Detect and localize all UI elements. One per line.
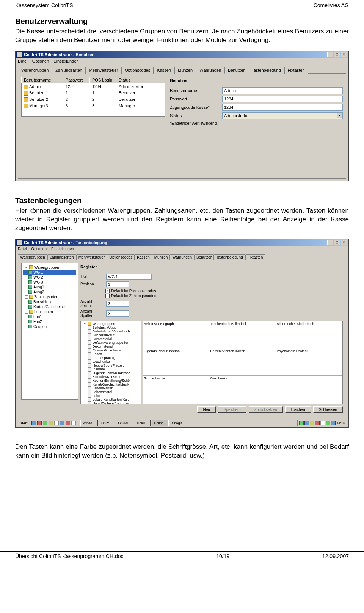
quicklaunch-icon[interactable] — [60, 421, 64, 425]
start-button[interactable]: Start — [17, 420, 30, 426]
tree-item[interactable]: Barzahlung — [23, 299, 76, 304]
tab-fixtasten[interactable]: Fixtasten — [245, 254, 265, 260]
tab-warengruppen[interactable]: Warengruppen — [18, 67, 52, 74]
tab-mehrwertsteuer[interactable]: Mehrwertsteuer — [76, 254, 107, 260]
taskbar-item[interactable]: Doku… — [135, 420, 151, 426]
grid-cell[interactable]: Taschenbuch Belletristik — [209, 321, 276, 348]
tray-icon[interactable] — [299, 421, 304, 425]
tray-icon[interactable] — [326, 421, 330, 425]
quicklaunch-icon[interactable] — [49, 421, 53, 425]
menu-datei[interactable]: Datei — [18, 247, 27, 251]
grid-cell[interactable]: Bilderbücher Kinderbüch — [276, 321, 342, 348]
close-button[interactable]: × — [341, 52, 347, 57]
quicklaunch-icon[interactable] — [54, 421, 59, 425]
grid-cell[interactable]: Jugendbücher Kindersa — [143, 348, 209, 375]
menu-einstellungen[interactable]: Einstellungen — [51, 247, 74, 251]
tree-item[interactable]: Fun2 — [23, 319, 76, 324]
collapse-icon[interactable]: − — [83, 322, 86, 325]
tab-kassen[interactable]: Kassen — [135, 254, 152, 260]
table-row[interactable]: Benutzer1 1 1 Benutzer — [22, 90, 165, 96]
tree-item[interactable]: Coupon — [23, 324, 76, 329]
catalog-item[interactable]: Landeskarten — [82, 386, 140, 390]
grid-cell[interactable]: Psychologie Esoterik — [276, 348, 342, 375]
input-titel[interactable]: WG 1 — [106, 274, 152, 280]
taskbar-item[interactable]: SnagIt — [170, 420, 184, 426]
catalog-item[interactable]: Defaultwarengruppe für — [82, 341, 140, 345]
catalog-item[interactable]: Fremdsprachig — [82, 356, 140, 360]
collapse-icon[interactable]: − — [25, 266, 28, 269]
minimize-button[interactable]: _ — [327, 240, 333, 245]
tab-warengruppen[interactable]: Warengruppen — [18, 254, 47, 260]
input-spalten[interactable]: 3 — [106, 310, 129, 317]
tab-waehrungen[interactable]: Währungen — [196, 67, 224, 74]
taskbar-item[interactable]: Colibr… — [152, 420, 169, 426]
tab-mehrwertsteuer[interactable]: Mehrwertsteuer — [86, 67, 121, 74]
minimize-button[interactable]: _ — [327, 52, 333, 57]
tab-muenzen[interactable]: Münzen — [152, 254, 170, 260]
speichern-button[interactable]: Speichern — [218, 406, 246, 413]
col-benutzername[interactable]: Benutzername — [21, 77, 63, 83]
col-status[interactable]: Status — [116, 77, 165, 83]
col-passwort[interactable]: Passwort — [63, 77, 89, 83]
catalog-item[interactable]: Eigene Gutscheine — [82, 348, 140, 352]
checkbox-default-zahlung[interactable]: Default im Zahlungsmodus — [105, 294, 343, 298]
catalog-item[interactable]: Inserate — [82, 367, 140, 371]
tab-fixtasten[interactable]: Fixtasten — [284, 67, 308, 74]
collapse-icon[interactable]: − — [25, 310, 28, 314]
tree-item[interactable]: Ausg1 — [23, 285, 76, 290]
grid-cell[interactable] — [276, 376, 342, 403]
tree-item[interactable]: WG 3 — [23, 280, 76, 285]
taskbar-item[interactable]: C:\Pr… — [99, 420, 115, 426]
catalog-item[interactable]: Lebensmittel — [82, 390, 140, 394]
menu-optionen[interactable]: Optionen — [32, 59, 49, 63]
table-row[interactable]: Benutzer2 2 2 Benutzer — [22, 96, 165, 103]
tab-optionscodes[interactable]: Optionscodes — [121, 67, 154, 74]
catalog-item[interactable]: Jugendbücher/Kindersac — [82, 371, 140, 375]
catalog-item[interactable]: Essen — [82, 352, 140, 356]
schliessen-button[interactable]: Schliessen — [313, 406, 343, 413]
menu-datei[interactable]: Datei — [18, 59, 28, 63]
table-row[interactable]: Manager3 3 3 Manager — [22, 103, 165, 109]
loeschen-button[interactable]: Löschen — [285, 406, 311, 413]
tab-benutzer[interactable]: Benutzer — [194, 254, 214, 260]
tree-item[interactable]: Fun1 — [23, 314, 76, 319]
register-tree[interactable]: −Warengruppen WG 1 WG 2 WG 3 Ausg1 Ausg2… — [21, 263, 78, 400]
quicklaunch-icon[interactable] — [43, 421, 47, 425]
tray-icon[interactable] — [310, 421, 314, 425]
tree-item[interactable]: Ausg2 — [23, 290, 76, 295]
tray-icon[interactable] — [320, 421, 325, 425]
taskbar-item[interactable]: Windo… — [80, 420, 98, 426]
catalog-item[interactable]: Belletristik/Juga — [82, 326, 140, 329]
tree-item[interactable]: WG 2 — [23, 275, 76, 280]
tray-icon[interactable] — [315, 421, 320, 425]
tray-icon[interactable] — [304, 421, 309, 425]
catalog-item[interactable]: Büromaterial — [82, 337, 140, 341]
tab-zahlungsarten[interactable]: Zahlungsarten — [47, 254, 76, 260]
tab-benutzer[interactable]: Benutzer — [224, 67, 248, 74]
catalog-item[interactable]: Dekomaterial — [82, 345, 140, 348]
close-button[interactable]: × — [341, 240, 347, 245]
catalog-item[interactable]: Lohn — [82, 394, 140, 398]
grid-cell[interactable]: Schule Lexika — [143, 376, 209, 403]
tab-optionscodes[interactable]: Optionscodes — [107, 254, 135, 260]
input-zugangscode[interactable]: 1234 — [222, 104, 343, 111]
input-benutzername[interactable]: Admin — [222, 87, 343, 94]
tab-muenzen[interactable]: Münzen — [174, 67, 196, 74]
catalog-item[interactable]: Bilderbücher/Kinderbüch — [82, 329, 140, 333]
maximize-button[interactable]: □ — [334, 52, 340, 57]
catalog-item[interactable]: Natur/Technik/Computer — [82, 401, 140, 404]
tab-tastenbelegung[interactable]: Tastenbelegung — [248, 67, 284, 74]
grid-cell[interactable]: Reisen Atlanten Karten — [209, 348, 276, 375]
table-row[interactable]: Admin 1234 1234 Administrator — [22, 83, 165, 90]
catalog-item[interactable]: Hobby/Sport/Freizeit — [82, 364, 140, 367]
select-status[interactable]: Administrator ▾ — [222, 112, 343, 119]
catalog-item[interactable]: Geschenke — [82, 360, 140, 364]
collapse-icon[interactable]: − — [25, 295, 28, 299]
taskbar-item[interactable]: G:\Col… — [116, 420, 134, 426]
input-passwort[interactable]: 1234 — [222, 96, 343, 102]
quicklaunch-icon[interactable] — [37, 421, 42, 425]
catalog-item[interactable]: Lokale Kunstkarten/Kale — [82, 398, 140, 401]
grid-cell[interactable]: Geschenke — [209, 376, 276, 403]
menu-optionen[interactable]: Optionen — [31, 247, 47, 251]
quicklaunch-icon[interactable] — [66, 421, 70, 425]
